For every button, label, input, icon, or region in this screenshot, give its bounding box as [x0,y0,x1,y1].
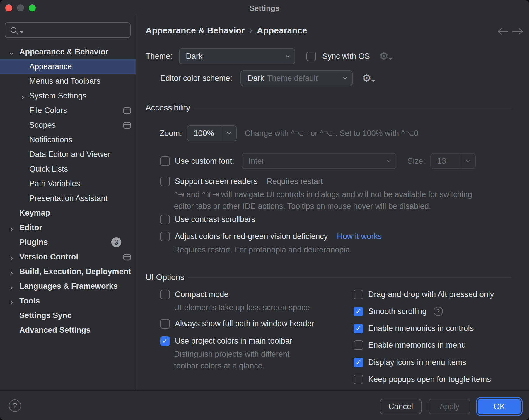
sidebar-item-scopes[interactable]: Scopes [0,118,136,132]
sidebar-item-tools[interactable]: Tools [0,293,136,308]
contrast-scrollbars-checkbox[interactable] [160,215,170,224]
sidebar-item-advanced-settings[interactable]: Advanced Settings [0,323,136,337]
full-path-checkbox[interactable] [160,319,170,329]
sidebar-item-languages-frameworks[interactable]: Languages & Frameworks [0,279,136,293]
theme-row: Theme: Dark Sync with OS [146,48,389,64]
forward-arrow-icon[interactable] [511,27,525,37]
font-family-select[interactable]: Inter [242,153,396,169]
sidebar-item-presentation-assistant[interactable]: Presentation Assistant [0,191,136,206]
red-green-label[interactable]: Adjust colors for red-green vision defic… [175,232,328,241]
section-divider [188,277,511,278]
ok-button[interactable]: OK [478,399,521,414]
apply-button[interactable]: Apply [429,399,470,414]
drag-drop-checkbox[interactable] [354,290,363,299]
sidebar-item-notifications[interactable]: Notifications [0,132,136,147]
zoom-label: Zoom: [160,129,182,138]
chevron-right-icon[interactable] [9,254,14,263]
mnemonics-menu-label[interactable]: Enable mnemonics in menu [368,341,466,350]
sidebar-item-appearance-behavior[interactable]: Appearance & Behavior [0,45,136,59]
sidebar-item-build-execution-deployment[interactable]: Build, Execution, Deployment [0,264,136,279]
compact-mode-label[interactable]: Compact mode [175,290,228,299]
zoom-select[interactable]: 100% [187,125,237,141]
sidebar-item-version-control[interactable]: Version Control [0,250,136,264]
help-icon[interactable] [434,307,443,316]
contrast-scrollbars-label[interactable]: Use contrast scrollbars [175,215,255,224]
requires-restart-note: Requires restart [267,177,323,186]
font-size-select[interactable]: 13 [430,153,476,169]
sidebar-item-menus-toolbars[interactable]: Menus and Toolbars [0,74,136,88]
section-divider [194,108,511,108]
editor-scheme-label: Editor color scheme: [160,74,232,83]
sidebar-item-system-settings[interactable]: System Settings [0,88,136,103]
editor-scheme-row: Editor color scheme: Dark Theme default [160,70,371,86]
custom-font-row: Use custom font: Inter Size: 13 [160,153,476,169]
project-colors-description: Distinguish projects with different tool… [174,348,315,372]
editor-scheme-select[interactable]: Dark Theme default [240,70,353,86]
sidebar-item-keymap[interactable]: Keymap [0,206,136,220]
mnemonics-controls-row: Enable mnemonics in controls [354,320,474,336]
cancel-button[interactable]: Cancel [380,399,422,414]
chevron-down-icon[interactable] [221,126,236,141]
keep-popups-label[interactable]: Keep popups open for toggle items [368,375,491,384]
search-box[interactable] [5,22,131,38]
custom-font-label[interactable]: Use custom font: [175,157,234,166]
settings-search-input[interactable] [25,24,127,37]
settings-sidebar: Appearance & Behavior Appearance Menus a… [0,15,136,390]
sidebar-item-path-variables[interactable]: Path Variables [0,176,136,191]
chevron-right-icon[interactable] [9,284,14,293]
project-colors-label[interactable]: Use project colors in main toolbar [175,337,292,346]
help-button[interactable] [9,399,21,412]
sidebar-item-plugins[interactable]: Plugins 3 [0,235,136,250]
drag-drop-row: Drag-and-drop with Alt pressed only [354,286,494,302]
theme-label: Theme: [146,52,173,61]
sync-os-gear-icon[interactable] [379,51,389,62]
menu-icons-checkbox[interactable] [354,358,363,367]
sidebar-item-file-colors[interactable]: File Colors [0,103,136,118]
how-it-works-link[interactable]: How it works [337,232,382,241]
sidebar-item-quick-lists[interactable]: Quick Lists [0,162,136,176]
back-arrow-icon[interactable] [496,27,510,37]
editor-scheme-gear-icon[interactable] [362,73,371,83]
chevron-right-icon[interactable] [9,298,14,307]
search-history-arrow-icon[interactable] [20,31,23,35]
sidebar-item-appearance[interactable]: Appearance [0,59,136,74]
sync-with-os-label[interactable]: Sync with OS [322,52,370,61]
smooth-scrolling-checkbox[interactable] [354,307,363,316]
breadcrumb-parent[interactable]: Appearance & Behavior [146,25,245,35]
chevron-right-icon[interactable] [9,269,14,278]
screen-readers-row: Support screen readers Requires restart [160,173,323,189]
screen-readers-description: ^⇥ and ^⇧⇥ will navigate UI controls in … [174,189,490,212]
theme-select[interactable]: Dark [179,48,295,64]
project-colors-row: Use project colors in main toolbar [160,333,292,349]
sidebar-item-editor[interactable]: Editor [0,220,136,235]
sync-with-os-checkbox[interactable] [306,52,316,61]
menu-icons-row: Display icons in menu items [354,354,466,370]
chevron-down-icon[interactable] [9,49,14,58]
full-path-label[interactable]: Always show full path in window header [175,319,314,328]
chevron-right-icon[interactable] [20,93,25,102]
mnemonics-menu-checkbox[interactable] [354,340,363,350]
keep-popups-checkbox[interactable] [354,375,363,384]
compact-mode-description: UI elements take up less screen space [174,302,310,313]
screen-readers-checkbox[interactable] [160,177,170,186]
red-green-checkbox[interactable] [160,232,170,241]
screen-readers-label[interactable]: Support screen readers [175,177,257,186]
dialog-footer: Cancel Apply OK [0,390,529,420]
smooth-scrolling-label[interactable]: Smooth scrolling [368,307,427,316]
breadcrumb-current: Appearance [257,25,307,35]
mnemonics-controls-label[interactable]: Enable mnemonics in controls [368,324,474,333]
font-size-label: Size: [408,157,425,166]
breadcrumb: Appearance & Behavior › Appearance [146,25,307,36]
menu-icons-label[interactable]: Display icons in menu items [368,358,466,367]
drag-drop-label[interactable]: Drag-and-drop with Alt pressed only [368,290,494,299]
contrast-scrollbars-row: Use contrast scrollbars [160,211,255,227]
project-colors-checkbox[interactable] [160,336,170,346]
chevron-right-icon[interactable] [9,225,14,234]
project-window-icon [123,107,131,116]
compact-mode-checkbox[interactable] [160,290,170,299]
zoom-hint: Change with ^⌥= or ^⌥-. Set to 100% with… [245,129,419,138]
sidebar-item-settings-sync[interactable]: Settings Sync [0,308,136,323]
mnemonics-controls-checkbox[interactable] [354,324,363,333]
sidebar-item-data-editor-viewer[interactable]: Data Editor and Viewer [0,147,136,162]
custom-font-checkbox[interactable] [160,156,170,166]
